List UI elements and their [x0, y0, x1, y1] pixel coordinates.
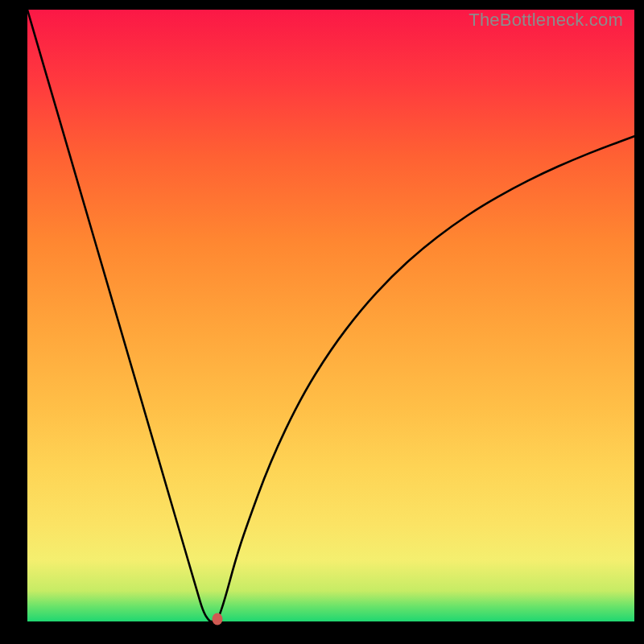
bottleneck-curve — [27, 10, 634, 621]
minimum-marker — [213, 613, 223, 625]
chart-frame: TheBottleneck.com — [0, 0, 644, 644]
plot-area: TheBottleneck.com — [27, 10, 634, 621]
